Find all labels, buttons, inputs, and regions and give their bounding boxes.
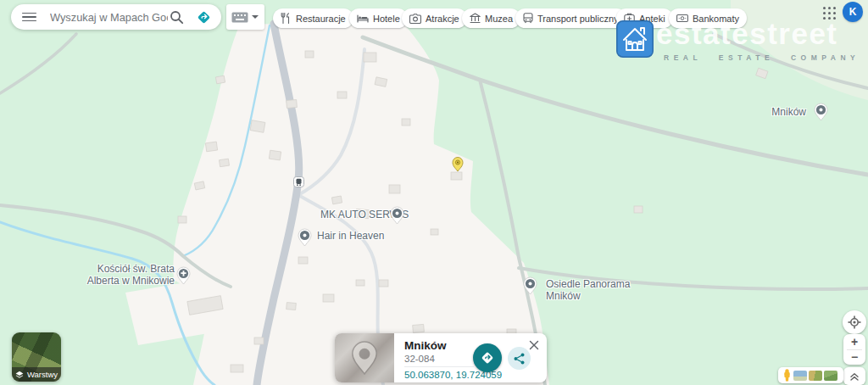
chip-label: Bankomaty — [693, 14, 739, 24]
account-avatar[interactable]: K — [843, 2, 863, 22]
card-directions-button[interactable] — [473, 343, 502, 372]
my-location-icon — [848, 315, 861, 329]
directions-icon[interactable] — [195, 8, 212, 25]
search-icon[interactable] — [168, 8, 185, 25]
directions-icon — [480, 350, 495, 365]
chip-atrakcje[interactable]: Atrakcje — [402, 8, 467, 28]
thumbnail-pin-icon — [349, 340, 380, 376]
poi-pin-osiedle[interactable] — [522, 276, 538, 295]
chip-label: Hotele — [373, 14, 400, 24]
restaurant-icon — [281, 13, 292, 24]
museum-icon — [470, 13, 481, 24]
hotel-icon — [357, 14, 369, 24]
place-title: Mników — [404, 339, 447, 352]
card-close-button[interactable] — [527, 338, 541, 352]
google-maps-app: Mników MK AUTO SERWIS Hair in Heaven Koś… — [0, 0, 868, 385]
poi-pin-mnikow[interactable] — [813, 103, 829, 121]
camera-icon — [409, 14, 421, 24]
map-label-hair-in-heaven[interactable]: Hair in Heaven — [317, 231, 384, 243]
imagery-thumbnail-1[interactable] — [793, 371, 807, 381]
poi-pin-hair[interactable] — [297, 228, 313, 247]
map-label-osiedle-line1: Osiedle Panorama — [546, 279, 630, 291]
zoom-controls: + − — [843, 334, 865, 365]
keyboard-icon — [231, 12, 248, 23]
pegman-icon[interactable] — [782, 369, 792, 382]
map-label-osiedle-line2: Mników — [546, 291, 630, 303]
map-label-mnikow[interactable]: Mników — [759, 107, 806, 119]
street-view-strip — [778, 367, 843, 383]
chip-apteki[interactable]: Apteki — [616, 8, 673, 28]
layers-label: Warstwy — [27, 370, 58, 379]
chip-label: Apteki — [639, 14, 665, 24]
pharmacy-icon — [624, 13, 635, 24]
menu-icon[interactable] — [22, 13, 36, 22]
chip-label: Muzea — [485, 14, 513, 24]
map-label-osiedle[interactable]: Osiedle Panorama Mników — [546, 279, 630, 302]
search-bar: Wyszukaj w Mapach Google — [11, 4, 221, 30]
layers-strip: Warstwy — [12, 367, 61, 382]
map-label-kosciol[interactable]: Kościół św. Brata Alberta w Mnikowie — [85, 264, 175, 287]
map-label-kosciol-line1: Kościół św. Brata — [85, 264, 175, 276]
bus-stop-icon[interactable] — [293, 176, 304, 187]
map-canvas[interactable] — [0, 0, 868, 385]
chip-hotele[interactable]: Hotele — [349, 8, 408, 28]
chip-bankomaty[interactable]: Bankomaty — [669, 8, 747, 28]
chip-transport-publiczny[interactable]: Transport publiczny — [515, 8, 626, 28]
yellow-ad-marker[interactable] — [451, 156, 465, 172]
layers-icon — [15, 371, 24, 379]
double-chevron-up-icon — [849, 371, 860, 382]
card-divider — [404, 366, 474, 367]
collapse-controls-button[interactable] — [843, 367, 865, 385]
imagery-thumbnail-3[interactable] — [824, 371, 837, 381]
map-label-kosciol-line2: Alberta w Mnikowie — [85, 276, 175, 287]
chip-label: Transport publiczny — [537, 14, 619, 24]
chip-label: Restauracje — [296, 14, 346, 24]
place-thumbnail[interactable] — [335, 333, 394, 382]
chevron-down-icon — [252, 15, 259, 19]
poi-pin-mk-auto[interactable] — [389, 206, 405, 225]
atm-icon — [676, 14, 688, 23]
layers-button[interactable]: Warstwy — [12, 332, 61, 382]
google-apps-icon[interactable] — [823, 7, 836, 20]
imagery-thumbnail-2[interactable] — [809, 371, 822, 381]
search-input[interactable]: Wyszukaj w Mapach Google — [50, 11, 168, 24]
zoom-out-button[interactable]: − — [843, 350, 865, 365]
chip-muzea[interactable]: Muzea — [462, 8, 520, 28]
place-postal-code: 32-084 — [404, 354, 435, 364]
chip-restauracje[interactable]: Restauracje — [273, 8, 353, 28]
place-info-card: Mników 32-084 50.063870, 19.724059 — [335, 333, 547, 382]
share-icon — [514, 353, 525, 365]
chip-label: Atrakcje — [426, 14, 459, 24]
avatar-letter: K — [849, 6, 857, 18]
keyboard-selector[interactable] — [226, 4, 264, 30]
my-location-button[interactable] — [843, 310, 866, 334]
zoom-in-button[interactable]: + — [843, 334, 865, 349]
poi-pin-church[interactable] — [175, 266, 192, 285]
close-icon — [529, 340, 539, 350]
bus-icon — [523, 13, 533, 24]
